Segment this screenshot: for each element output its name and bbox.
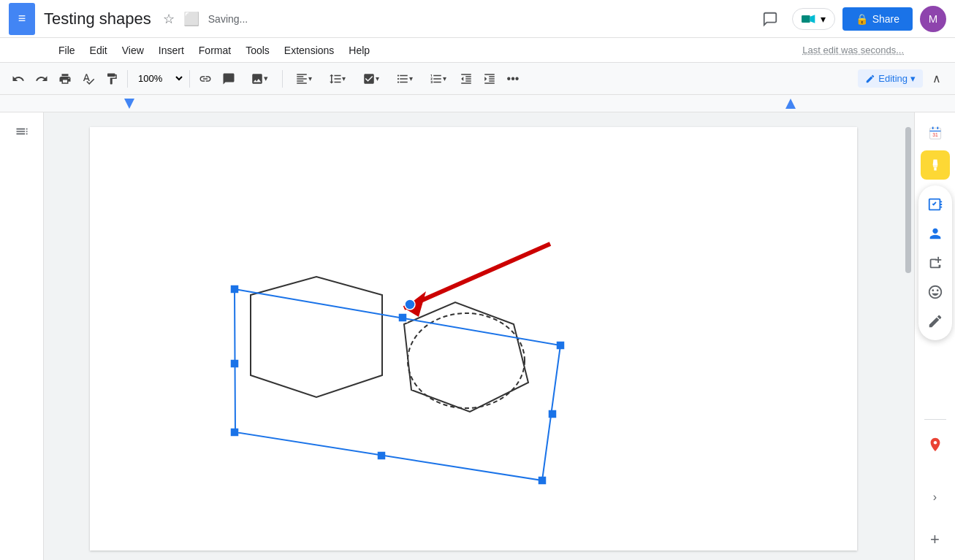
- collapse-toolbar-button[interactable]: ∧: [926, 68, 948, 90]
- last-edit-text[interactable]: Last edit was seconds...: [802, 45, 904, 55]
- insert-image-button[interactable]: ▾: [241, 68, 278, 90]
- sep3: [282, 70, 283, 88]
- handle-mr[interactable]: [548, 410, 557, 418]
- svg-marker-3: [404, 291, 426, 317]
- sep2: [189, 70, 190, 88]
- undo-button[interactable]: [7, 68, 29, 90]
- menu-extensions[interactable]: Extensions: [277, 42, 341, 59]
- rotation-handle[interactable]: [405, 299, 415, 310]
- lock-icon: 🔒: [856, 13, 868, 25]
- title-right: ▾ 🔒 Share M: [756, 4, 946, 34]
- ruler: [0, 95, 955, 112]
- doc-icon: [9, 3, 35, 35]
- vertical-scrollbar[interactable]: [902, 112, 914, 560]
- more-icon: •••: [507, 72, 520, 85]
- more-button[interactable]: •••: [502, 68, 524, 90]
- editing-chevron: ▾: [910, 73, 916, 84]
- scrollbar-thumb[interactable]: [905, 127, 911, 273]
- handle-tm[interactable]: [398, 313, 407, 322]
- emoji-sidebar-button[interactable]: [922, 279, 948, 305]
- svg-line-2: [404, 244, 550, 308]
- indent-more-button[interactable]: [479, 68, 501, 90]
- svg-rect-0: [802, 15, 810, 23]
- avatar[interactable]: M: [920, 6, 946, 32]
- link-button[interactable]: [194, 68, 216, 90]
- share-label: Share: [872, 13, 899, 25]
- menu-edit[interactable]: Edit: [83, 42, 115, 59]
- hexagon-left: [251, 277, 382, 397]
- ellipse-dashed: [408, 313, 525, 408]
- expand-sidebar-button[interactable]: ›: [921, 483, 950, 512]
- paint-format-button[interactable]: [101, 68, 123, 90]
- sep1: [127, 70, 128, 88]
- menu-tools[interactable]: Tools: [238, 42, 277, 59]
- title-bar: Testing shapes ☆ ⬜ Saving... ▾ 🔒 Share M: [0, 0, 955, 38]
- bullets-button[interactable]: ▾: [388, 68, 420, 90]
- handle-bl[interactable]: [230, 428, 239, 437]
- meet-chevron: ▾: [821, 13, 826, 25]
- menu-bar: File Edit View Insert Format Tools Exten…: [0, 38, 955, 63]
- red-arrow: [404, 244, 550, 317]
- ruler-left-marker[interactable]: [124, 99, 134, 109]
- svg-text:31: 31: [932, 132, 938, 137]
- maps-sidebar-button[interactable]: [921, 430, 950, 459]
- indent-less-button[interactable]: [455, 68, 477, 90]
- checklist-button[interactable]: ▾: [354, 68, 387, 90]
- menu-format[interactable]: Format: [191, 42, 238, 59]
- menu-view[interactable]: View: [115, 42, 151, 59]
- keep-sidebar-button[interactable]: [921, 150, 950, 180]
- print-button[interactable]: [54, 68, 76, 90]
- comment-button[interactable]: [756, 4, 785, 34]
- menu-insert[interactable]: Insert: [151, 42, 191, 59]
- svg-marker-1: [810, 15, 815, 23]
- handle-tl[interactable]: [230, 285, 239, 294]
- share-button[interactable]: 🔒 Share: [842, 7, 913, 31]
- right-sidebar-bottom: › +: [921, 413, 950, 560]
- handle-tr[interactable]: [556, 341, 565, 350]
- saving-text: Saving...: [208, 13, 248, 25]
- toolbar: 100% 75% 125% 150% ▾ ▾ ▾ ▾ ▾ ▾ •••: [0, 63, 955, 95]
- handle-ml[interactable]: [230, 359, 239, 368]
- ruler-right-marker[interactable]: [785, 99, 796, 109]
- editing-mode-button[interactable]: Editing ▾: [858, 69, 923, 88]
- redo-button[interactable]: [31, 68, 53, 90]
- add-plugin-button[interactable]: +: [922, 526, 948, 553]
- insert-comment-button[interactable]: [218, 68, 240, 90]
- selection-outline: [235, 289, 560, 480]
- hexagon-right: [404, 302, 528, 412]
- line-spacing-button[interactable]: ▾: [321, 68, 353, 90]
- feedback-sidebar-button[interactable]: [922, 308, 948, 334]
- drive-button[interactable]: ⬜: [179, 8, 204, 30]
- spellcheck-button[interactable]: [77, 68, 99, 90]
- menu-help[interactable]: Help: [341, 42, 377, 59]
- doc-title: Testing shapes: [44, 9, 151, 28]
- calendar-sidebar-button[interactable]: 31: [921, 118, 950, 147]
- star-button[interactable]: ☆: [159, 8, 179, 30]
- page: [90, 127, 857, 551]
- shapes-canvas: [90, 127, 857, 551]
- main-area: 31: [0, 112, 955, 560]
- handle-br[interactable]: [538, 476, 547, 485]
- tasks-sidebar-button[interactable]: [922, 191, 948, 218]
- zoom-select[interactable]: 100% 75% 125% 150%: [132, 71, 185, 86]
- editing-label: Editing: [878, 73, 908, 84]
- meet-button[interactable]: ▾: [792, 8, 835, 30]
- sidebar-floating-panel: [918, 185, 952, 340]
- align-button[interactable]: ▾: [287, 68, 319, 90]
- left-panel: [0, 112, 44, 560]
- right-sidebar: 31: [914, 112, 955, 560]
- menu-file[interactable]: File: [51, 42, 83, 59]
- numbering-button[interactable]: ▾: [422, 68, 454, 90]
- doc-canvas[interactable]: [44, 112, 902, 560]
- add-comment-sidebar-button[interactable]: [922, 250, 948, 276]
- outline-icon[interactable]: [10, 120, 34, 143]
- toolbar-right: Editing ▾ ∧: [858, 68, 948, 90]
- handle-bm[interactable]: [377, 451, 386, 460]
- contacts-sidebar-button[interactable]: [922, 220, 948, 247]
